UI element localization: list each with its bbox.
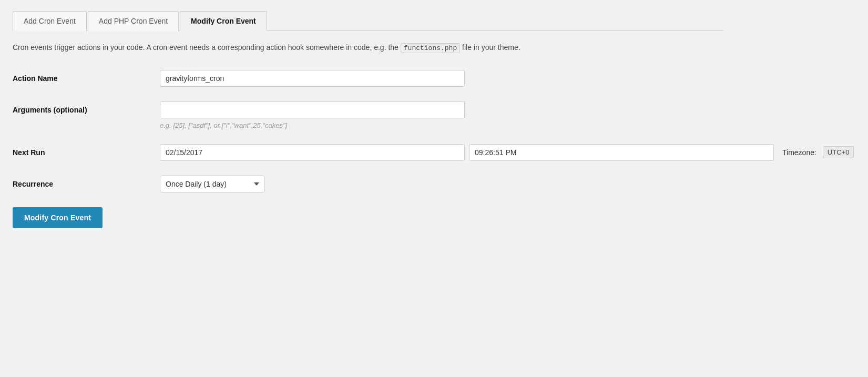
recurrence-label: Recurrence (13, 176, 160, 188)
arguments-hint: e.g. [25], ["asdf"], or ["i","want",25,"… (160, 121, 723, 129)
next-run-date-input[interactable] (160, 144, 465, 161)
timezone-label: Timezone: (782, 148, 816, 157)
action-name-control (160, 70, 723, 87)
action-name-label: Action Name (13, 70, 160, 83)
description-code: functions.php (401, 43, 460, 53)
form-body: Action Name Arguments (optional) e.g. [2… (13, 70, 723, 228)
submit-row: Modify Cron Event (13, 207, 723, 228)
next-run-inputs: Timezone: UTC+0 (160, 144, 854, 161)
action-name-input[interactable] (160, 70, 465, 87)
next-run-time-input[interactable] (469, 144, 774, 161)
arguments-input[interactable] (160, 101, 465, 118)
description-text: Cron events trigger actions in your code… (13, 42, 723, 54)
description-text-after: file in your theme. (460, 43, 520, 52)
action-name-row: Action Name (13, 70, 723, 87)
page-wrapper: Add Cron Event Add PHP Cron Event Modify… (0, 0, 736, 239)
arguments-control: e.g. [25], ["asdf"], or ["i","want",25,"… (160, 101, 723, 129)
arguments-row: Arguments (optional) e.g. [25], ["asdf"]… (13, 101, 723, 129)
description-text-before: Cron events trigger actions in your code… (13, 43, 401, 52)
recurrence-control: Once Daily (1 day) Twice Daily (12 hours… (160, 176, 723, 192)
modify-cron-event-button[interactable]: Modify Cron Event (13, 207, 103, 228)
recurrence-row: Recurrence Once Daily (1 day) Twice Dail… (13, 176, 723, 192)
next-run-control: Timezone: UTC+0 (160, 144, 854, 161)
next-run-row: Next Run Timezone: UTC+0 (13, 144, 723, 161)
tab-modify-cron-event[interactable]: Modify Cron Event (180, 11, 267, 31)
timezone-badge: UTC+0 (823, 146, 854, 158)
recurrence-select[interactable]: Once Daily (1 day) Twice Daily (12 hours… (160, 176, 265, 192)
next-run-label: Next Run (13, 144, 160, 157)
arguments-label: Arguments (optional) (13, 101, 160, 114)
tabs-container: Add Cron Event Add PHP Cron Event Modify… (13, 11, 723, 31)
tab-add-php-cron-event[interactable]: Add PHP Cron Event (88, 11, 179, 31)
tab-add-cron-event[interactable]: Add Cron Event (13, 11, 87, 31)
